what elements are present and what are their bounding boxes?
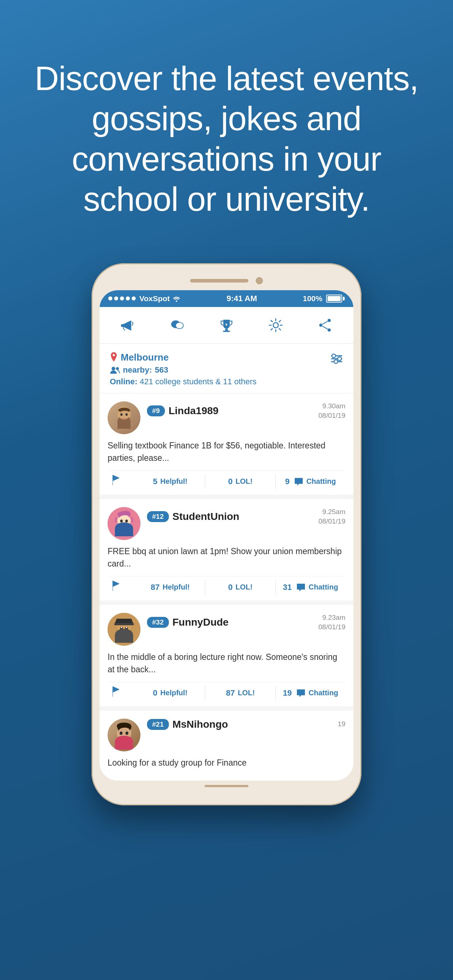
share-icon: [317, 317, 333, 333]
screen-content: VoxSpot 9:41 AM 100%: [100, 290, 353, 781]
chatting-label[interactable]: Chatting: [309, 689, 338, 697]
svg-rect-3: [225, 328, 228, 330]
online-label: Online:: [110, 377, 137, 386]
post-time: 9.23am 08/01/19: [318, 613, 345, 632]
svg-point-11: [112, 367, 115, 371]
home-indicator: [205, 785, 248, 787]
flag-button[interactable]: [108, 474, 124, 488]
chatting-count: 19: [283, 688, 292, 698]
post-time: 9.25am 08/01/19: [318, 507, 345, 527]
phone-camera: [256, 277, 263, 285]
time-line1: 9.23am: [318, 613, 345, 623]
svg-point-12: [116, 367, 119, 370]
gear-icon: [268, 317, 284, 333]
user-badge: #21: [147, 719, 169, 730]
helpful-label[interactable]: Helpful!: [161, 689, 187, 697]
svg-line-9: [322, 321, 327, 324]
post-user-row: #32 FunnyDude 9.23am 08/01/19: [147, 613, 345, 632]
hero-title: Discover the latest events, gossips, jok…: [29, 58, 424, 220]
post-user-row: #12 StudentUnion 9.25am 08/01/19: [147, 507, 345, 527]
lol-label[interactable]: LOL!: [236, 477, 253, 485]
lol-count: 0: [228, 582, 233, 592]
nav-settings-button[interactable]: [260, 314, 291, 336]
svg-point-26: [120, 520, 123, 522]
people-icon: [110, 366, 120, 374]
time-line2: 08/01/19: [318, 517, 345, 527]
post-text: Selling textbook Finance 1B for $56, neg…: [108, 439, 345, 465]
signal-dots: [108, 296, 136, 301]
username: MsNihongo: [172, 719, 228, 730]
flag-button[interactable]: [108, 686, 124, 700]
post-text: FREE bbq at union lawn at 1pm! Show your…: [108, 545, 345, 570]
username: StudentUnion: [172, 511, 239, 522]
svg-point-36: [120, 731, 123, 735]
lol-group: 87 LOL!: [205, 688, 275, 698]
signal-dot-4: [126, 296, 130, 301]
nav-chat-button[interactable]: [162, 314, 193, 336]
post-time: 9.30am 08/01/19: [318, 401, 345, 421]
chatting-count: 31: [283, 582, 292, 592]
username: FunnyDude: [172, 617, 229, 628]
chatting-icon: [296, 689, 306, 697]
user-name-badge: #21 MsNihongo: [147, 719, 228, 730]
post-card: #9 Linda1989 9.30am 08/01/19: [100, 393, 353, 495]
nearby-row: nearby: 563: [110, 365, 330, 375]
post-card: #12 StudentUnion 9.25am 08/01/19: [100, 499, 353, 600]
post-actions: 0 Helpful! 87 LOL! 19: [108, 682, 345, 700]
lol-count: 87: [226, 688, 234, 698]
trophy-icon: [219, 317, 234, 333]
location-bar: Melbourne nearby: 563: [100, 344, 353, 393]
flag-button[interactable]: [108, 580, 124, 594]
phone-wrapper: VoxSpot 9:41 AM 100%: [0, 249, 453, 806]
wifi-icon: [172, 295, 181, 302]
lol-label[interactable]: LOL!: [238, 689, 255, 697]
chatting-icon: [296, 583, 306, 592]
svg-point-8: [327, 328, 331, 331]
post-text: Looking for a study group for Finance: [108, 757, 345, 769]
svg-point-22: [120, 413, 123, 415]
nav-leaderboard-button[interactable]: [211, 314, 242, 336]
svg-point-34: [126, 627, 127, 628]
battery-percent: 100%: [303, 294, 322, 303]
lol-label[interactable]: LOL!: [236, 583, 253, 591]
helpful-label[interactable]: Helpful!: [163, 583, 190, 591]
post-card-partial: #21 MsNihongo 19 Looking for a study gro…: [100, 711, 353, 781]
chat-icon: [169, 317, 185, 333]
status-time: 9:41 AM: [226, 294, 257, 303]
post-info: #12 StudentUnion 9.25am 08/01/19: [147, 507, 345, 529]
filter-button[interactable]: [330, 353, 343, 367]
time-line2: 08/01/19: [318, 411, 345, 421]
svg-point-37: [126, 731, 128, 735]
chatting-label[interactable]: Chatting: [309, 583, 338, 591]
nav-feed-button[interactable]: [113, 314, 144, 336]
nav-share-button[interactable]: [309, 314, 340, 336]
battery-body: [326, 294, 342, 302]
status-bar: VoxSpot 9:41 AM 100%: [100, 290, 353, 307]
carrier-name: VoxSpot: [139, 294, 170, 303]
phone-speaker: [190, 279, 248, 283]
post-actions: 87 Helpful! 0 LOL! 31: [108, 576, 345, 595]
chatting-count: 9: [285, 477, 290, 486]
lol-count: 0: [228, 477, 233, 486]
nearby-label: nearby:: [123, 365, 152, 375]
post-text: In the middle of a boring lecture right …: [108, 651, 345, 676]
signal-dot-5: [132, 296, 136, 301]
time-line1: 9.30am: [318, 401, 345, 411]
location-row: Melbourne nearby: 563: [110, 352, 343, 387]
helpful-label[interactable]: Helpful!: [161, 477, 187, 485]
status-left: VoxSpot: [108, 294, 181, 303]
signal-dot-2: [114, 296, 118, 301]
user-name-badge: #32 FunnyDude: [147, 617, 229, 628]
svg-point-23: [126, 413, 128, 415]
phone-bezel-bottom: [100, 785, 353, 795]
post-info: #9 Linda1989 9.30am 08/01/19: [147, 401, 345, 423]
posts-list: #9 Linda1989 9.30am 08/01/19: [100, 393, 353, 781]
user-badge: #9: [147, 406, 165, 416]
megaphone-icon: [120, 317, 136, 333]
time-line2: 08/01/19: [318, 622, 345, 632]
online-row: Online: 421 college students & 11 others: [110, 377, 330, 387]
avatar: [108, 719, 140, 751]
chatting-icon: [294, 477, 303, 486]
chatting-label[interactable]: Chatting: [306, 477, 336, 485]
svg-point-7: [319, 323, 323, 327]
